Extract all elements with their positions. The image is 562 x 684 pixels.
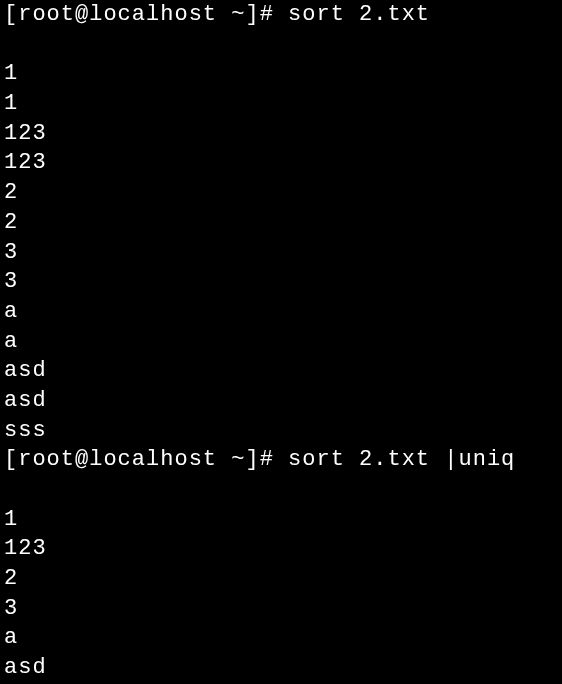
output-line: asd xyxy=(4,386,558,416)
output-line: 2 xyxy=(4,208,558,238)
output-line: 2 xyxy=(4,564,558,594)
output-line: 2 xyxy=(4,178,558,208)
output-line: a xyxy=(4,623,558,653)
output-line: a xyxy=(4,327,558,357)
output-line: 3 xyxy=(4,238,558,268)
shell-command: sort 2.txt xyxy=(288,2,430,27)
output-line: sss xyxy=(4,416,558,446)
blank-line xyxy=(4,30,558,60)
shell-prompt-prefix: [root@localhost ~]# xyxy=(4,447,288,472)
output-line: a xyxy=(4,297,558,327)
shell-prompt-line-2: [root@localhost ~]# sort 2.txt |uniq xyxy=(4,445,558,475)
output-line: 1 xyxy=(4,505,558,535)
output-line: 123 xyxy=(4,119,558,149)
output-line: asd xyxy=(4,356,558,386)
shell-command: sort 2.txt |uniq xyxy=(288,447,515,472)
output-line: 123 xyxy=(4,534,558,564)
output-line: asd xyxy=(4,653,558,683)
output-line: 123 xyxy=(4,148,558,178)
output-line: 1 xyxy=(4,89,558,119)
output-line: 1 xyxy=(4,59,558,89)
shell-prompt-line-1: [root@localhost ~]# sort 2.txt xyxy=(4,0,558,30)
blank-line xyxy=(4,475,558,505)
output-line: 3 xyxy=(4,594,558,624)
output-line: 3 xyxy=(4,267,558,297)
shell-prompt-prefix: [root@localhost ~]# xyxy=(4,2,288,27)
